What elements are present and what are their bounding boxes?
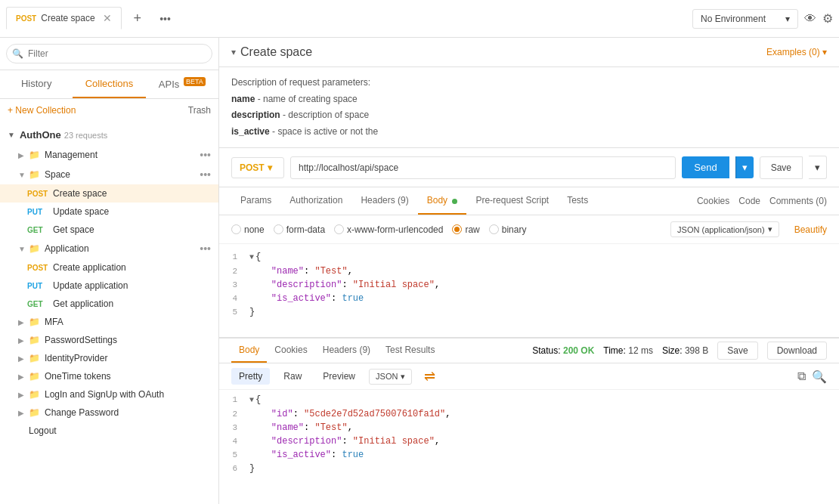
- method-badge: GET: [27, 300, 48, 308]
- folder-onetime-tokens[interactable]: ▶ 📁 OneTime tokens: [0, 367, 218, 385]
- url-input[interactable]: [290, 156, 676, 179]
- code-line-1: 1 ▼{: [219, 250, 839, 264]
- code-link[interactable]: Code: [738, 196, 760, 206]
- body-active-indicator: [452, 199, 457, 204]
- item-login-signup[interactable]: ▶ 📁 LogIn and SignUp with OAuth: [0, 385, 218, 404]
- response-code: 1 ▼{ 2 "id": "5cde2e7d52ad75007610fa1d",…: [219, 390, 839, 504]
- request-get-application[interactable]: GET Get application: [0, 295, 218, 313]
- collection-header[interactable]: ▼ AuthOne 23 requests: [0, 125, 218, 145]
- option-none[interactable]: none: [231, 224, 265, 235]
- main-content: 🔍 History Collections APIs BETA + New Co…: [0, 38, 839, 504]
- response-save-button[interactable]: Save: [717, 342, 757, 360]
- format-preview-button[interactable]: Preview: [315, 368, 363, 385]
- tab-body[interactable]: Body: [418, 187, 467, 215]
- response-download-button[interactable]: Download: [767, 342, 827, 360]
- cookies-link[interactable]: Cookies: [697, 196, 729, 206]
- format-raw-button[interactable]: Raw: [276, 368, 309, 385]
- folder-label: Management: [45, 150, 200, 160]
- folder-icon: 📁: [29, 407, 40, 418]
- item-logout[interactable]: Logout: [0, 422, 218, 440]
- folder-application[interactable]: ▼ 📁 Application •••: [0, 239, 218, 258]
- trash-button[interactable]: Trash: [188, 105, 211, 116]
- resp-line-5: 5 "is_active": true: [219, 448, 839, 462]
- folder-label: Space: [45, 169, 200, 180]
- request-get-space[interactable]: GET Get space: [0, 221, 218, 239]
- folder-password-settings[interactable]: ▶ 📁 PasswordSettings: [0, 331, 218, 349]
- wrap-lines-icon[interactable]: ⇌: [424, 368, 435, 385]
- tab-params[interactable]: Params: [231, 187, 280, 215]
- send-arrow-button[interactable]: ▾: [735, 156, 754, 178]
- response-json-select[interactable]: JSON ▾: [369, 369, 412, 385]
- format-pretty-button[interactable]: Pretty: [231, 368, 270, 385]
- desc-line-4: is_active - space is active or not the: [231, 124, 827, 141]
- json-format-select[interactable]: JSON (application/json) ▾: [670, 221, 779, 237]
- request-header: ▾ Create space Examples (0) ▾: [219, 38, 839, 67]
- code-line-2: 2 "name": "Test",: [219, 264, 839, 278]
- tab-authorization[interactable]: Authorization: [280, 187, 351, 215]
- request-update-space[interactable]: PUT Update space: [0, 203, 218, 221]
- request-update-application[interactable]: PUT Update application: [0, 277, 218, 295]
- folder-label: LogIn and SignUp with OAuth: [45, 389, 211, 400]
- search-input[interactable]: [6, 44, 212, 63]
- status-value: 200 OK: [563, 345, 594, 356]
- close-tab-button[interactable]: ✕: [103, 12, 112, 24]
- folder-more-button[interactable]: •••: [200, 149, 211, 161]
- response-tabs-bar: Body Cookies Headers (9) Test Results St…: [219, 339, 839, 363]
- send-button[interactable]: Send: [682, 156, 729, 178]
- tab-history[interactable]: History: [0, 70, 73, 98]
- folder-more-button[interactable]: •••: [200, 243, 211, 255]
- sidebar-content: ▼ AuthOne 23 requests ▶ 📁 Management •••…: [0, 122, 218, 504]
- request-create-application[interactable]: POST Create application: [0, 258, 218, 277]
- resp-tab-headers[interactable]: Headers (9): [315, 339, 378, 363]
- folder-management[interactable]: ▶ 📁 Management •••: [0, 145, 218, 165]
- folder-label: Change Password: [45, 407, 211, 418]
- folder-space[interactable]: ▼ 📁 Space •••: [0, 165, 218, 184]
- more-tabs-button[interactable]: •••: [153, 10, 177, 28]
- beautify-button[interactable]: Beautify: [794, 224, 827, 235]
- eye-icon[interactable]: 👁: [804, 12, 816, 26]
- desc-line-3: description - description of space: [231, 107, 827, 124]
- tab-method: POST: [16, 14, 36, 23]
- new-collection-button[interactable]: + New Collection: [8, 105, 76, 116]
- folder-identity-provider[interactable]: ▶ 📁 IdentityProvider: [0, 349, 218, 367]
- request-create-space[interactable]: POST Create space: [0, 184, 218, 203]
- tab-tests[interactable]: Tests: [558, 187, 597, 215]
- comments-link[interactable]: Comments (0): [769, 196, 827, 206]
- tab-apis[interactable]: APIs BETA: [146, 70, 218, 98]
- save-arrow-button[interactable]: ▾: [809, 156, 827, 179]
- folder-mfa[interactable]: ▶ 📁 MFA: [0, 313, 218, 331]
- tab-headers[interactable]: Headers (9): [351, 187, 417, 215]
- request-label: Create space: [53, 188, 211, 199]
- option-raw[interactable]: raw: [452, 224, 479, 235]
- method-select[interactable]: POST ▾: [231, 157, 284, 178]
- add-tab-button[interactable]: +: [128, 8, 148, 29]
- settings-icon[interactable]: ⚙: [822, 11, 833, 26]
- resp-tab-test-results[interactable]: Test Results: [378, 339, 442, 363]
- env-select-area: No Environment ▾ 👁 ⚙: [692, 9, 833, 29]
- radio-binary: [489, 224, 499, 234]
- search-response-icon[interactable]: 🔍: [812, 369, 827, 384]
- request-body-editor[interactable]: 1 ▼{ 2 "name": "Test", 3 "description": …: [219, 244, 839, 338]
- active-tab[interactable]: POST Create space ✕: [6, 7, 122, 30]
- request-description: Description of request parameters: name …: [219, 67, 839, 148]
- tab-pre-request-script[interactable]: Pre-request Script: [466, 187, 558, 215]
- item-change-password[interactable]: ▶ 📁 Change Password: [0, 404, 218, 422]
- folder-icon: 📁: [29, 389, 40, 400]
- radio-form-data: [274, 224, 283, 234]
- option-form-data[interactable]: form-data: [274, 224, 325, 235]
- tab-collections[interactable]: Collections: [73, 70, 145, 98]
- resp-tab-body[interactable]: Body: [231, 339, 267, 363]
- resp-tab-cookies[interactable]: Cookies: [267, 339, 314, 363]
- examples-button[interactable]: Examples (0) ▾: [766, 47, 827, 57]
- url-bar: POST ▾ Send ▾ Save ▾: [219, 148, 839, 187]
- environment-dropdown[interactable]: No Environment ▾: [692, 9, 798, 29]
- copy-icon[interactable]: ⧉: [797, 369, 806, 384]
- desc-line-2: name - name of creating space: [231, 91, 827, 108]
- folder-more-button[interactable]: •••: [200, 169, 211, 181]
- save-button[interactable]: Save: [760, 156, 803, 179]
- sidebar-actions: + New Collection Trash: [0, 99, 218, 122]
- request-label: Create application: [53, 262, 211, 273]
- option-binary[interactable]: binary: [489, 224, 527, 235]
- option-urlencoded[interactable]: x-www-form-urlencoded: [334, 224, 443, 235]
- resp-line-3: 3 "name": "Test",: [219, 421, 839, 434]
